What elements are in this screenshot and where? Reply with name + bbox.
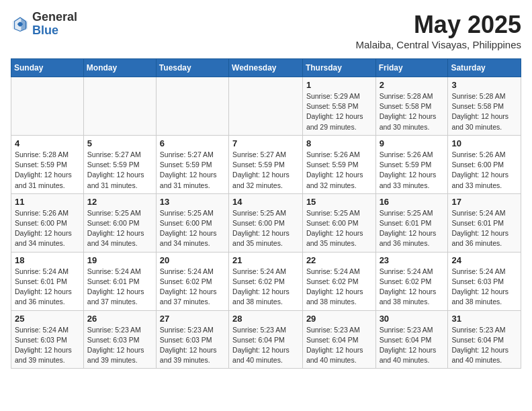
calendar-cell: 5Sunrise: 5:27 AM Sunset: 5:59 PM Daylig… [83,135,156,193]
day-info: Sunrise: 5:24 AM Sunset: 6:02 PM Dayligh… [380,267,445,308]
calendar-table: SundayMondayTuesdayWednesdayThursdayFrid… [11,58,521,369]
logo-text: General Blue [32,11,77,38]
weekday-header-tuesday: Tuesday [156,59,228,77]
calendar-week-row: 11Sunrise: 5:26 AM Sunset: 6:00 PM Dayli… [11,193,521,252]
day-info: Sunrise: 5:29 AM Sunset: 5:58 PM Dayligh… [306,91,372,132]
day-number: 31 [451,314,517,324]
day-number: 11 [15,197,80,207]
day-info: Sunrise: 5:25 AM Sunset: 6:00 PM Dayligh… [160,208,225,249]
day-number: 24 [451,255,517,265]
logo-icon [11,15,30,34]
day-number: 23 [380,255,445,265]
day-number: 19 [87,255,152,265]
calendar-cell: 20Sunrise: 5:24 AM Sunset: 6:02 PM Dayli… [156,252,228,310]
calendar-cell: 14Sunrise: 5:25 AM Sunset: 6:00 PM Dayli… [229,193,303,252]
day-info: Sunrise: 5:26 AM Sunset: 6:00 PM Dayligh… [15,208,80,249]
page-header: General Blue May 2025 Malaiba, Central V… [11,11,521,50]
day-info: Sunrise: 5:23 AM Sunset: 6:04 PM Dayligh… [232,325,299,366]
calendar-cell: 28Sunrise: 5:23 AM Sunset: 6:04 PM Dayli… [229,310,303,369]
day-info: Sunrise: 5:24 AM Sunset: 6:03 PM Dayligh… [451,267,517,308]
calendar-cell: 23Sunrise: 5:24 AM Sunset: 6:02 PM Dayli… [375,252,448,310]
calendar-cell: 16Sunrise: 5:25 AM Sunset: 6:01 PM Dayli… [375,193,448,252]
calendar-cell: 30Sunrise: 5:23 AM Sunset: 6:04 PM Dayli… [375,310,448,369]
logo-blue-text: Blue [32,24,77,38]
location-subtitle: Malaiba, Central Visayas, Philippines [355,39,521,50]
calendar-cell: 8Sunrise: 5:26 AM Sunset: 5:59 PM Daylig… [302,135,375,193]
day-info: Sunrise: 5:27 AM Sunset: 5:59 PM Dayligh… [232,150,299,191]
day-info: Sunrise: 5:24 AM Sunset: 6:01 PM Dayligh… [87,267,152,308]
day-number: 4 [15,138,80,148]
day-number: 28 [232,314,299,324]
day-number: 18 [15,255,80,265]
calendar-cell: 13Sunrise: 5:25 AM Sunset: 6:00 PM Dayli… [156,193,228,252]
logo-general-text: General [32,11,77,24]
day-info: Sunrise: 5:25 AM Sunset: 6:01 PM Dayligh… [380,208,445,249]
calendar-week-row: 4Sunrise: 5:28 AM Sunset: 5:59 PM Daylig… [11,135,521,193]
weekday-header-row: SundayMondayTuesdayWednesdayThursdayFrid… [11,59,521,77]
day-info: Sunrise: 5:25 AM Sunset: 6:00 PM Dayligh… [232,208,299,249]
day-info: Sunrise: 5:24 AM Sunset: 6:02 PM Dayligh… [306,267,372,308]
day-info: Sunrise: 5:24 AM Sunset: 6:01 PM Dayligh… [451,208,517,249]
day-number: 16 [380,197,445,207]
day-info: Sunrise: 5:23 AM Sunset: 6:04 PM Dayligh… [451,325,517,366]
weekday-header-saturday: Saturday [448,59,521,77]
calendar-cell: 25Sunrise: 5:24 AM Sunset: 6:03 PM Dayli… [11,310,84,369]
calendar-cell: 26Sunrise: 5:23 AM Sunset: 6:03 PM Dayli… [83,310,156,369]
day-info: Sunrise: 5:24 AM Sunset: 6:01 PM Dayligh… [15,267,80,308]
day-info: Sunrise: 5:27 AM Sunset: 5:59 PM Dayligh… [87,150,152,191]
weekday-header-monday: Monday [83,59,156,77]
calendar-cell [156,77,228,136]
day-number: 10 [451,138,517,148]
day-number: 15 [306,197,372,207]
day-number: 6 [160,138,225,148]
calendar-cell [229,77,303,136]
day-info: Sunrise: 5:28 AM Sunset: 5:59 PM Dayligh… [15,150,80,191]
calendar-cell: 7Sunrise: 5:27 AM Sunset: 5:59 PM Daylig… [229,135,303,193]
calendar-cell: 3Sunrise: 5:28 AM Sunset: 5:58 PM Daylig… [448,77,521,136]
day-number: 3 [451,80,517,90]
day-info: Sunrise: 5:24 AM Sunset: 6:03 PM Dayligh… [15,325,80,366]
calendar-cell: 24Sunrise: 5:24 AM Sunset: 6:03 PM Dayli… [448,252,521,310]
day-info: Sunrise: 5:24 AM Sunset: 6:02 PM Dayligh… [232,267,299,308]
calendar-cell: 19Sunrise: 5:24 AM Sunset: 6:01 PM Dayli… [83,252,156,310]
calendar-cell: 2Sunrise: 5:28 AM Sunset: 5:58 PM Daylig… [375,77,448,136]
calendar-week-row: 18Sunrise: 5:24 AM Sunset: 6:01 PM Dayli… [11,252,521,310]
calendar-cell: 6Sunrise: 5:27 AM Sunset: 5:59 PM Daylig… [156,135,228,193]
calendar-cell: 22Sunrise: 5:24 AM Sunset: 6:02 PM Dayli… [302,252,375,310]
calendar-cell [11,77,84,136]
day-number: 22 [306,255,372,265]
calendar-cell: 4Sunrise: 5:28 AM Sunset: 5:59 PM Daylig… [11,135,84,193]
month-year-title: May 2025 [355,11,521,39]
day-info: Sunrise: 5:26 AM Sunset: 5:59 PM Dayligh… [380,150,445,191]
calendar-cell: 17Sunrise: 5:24 AM Sunset: 6:01 PM Dayli… [448,193,521,252]
day-number: 7 [232,138,299,148]
day-number: 20 [160,255,225,265]
day-number: 30 [380,314,445,324]
day-number: 12 [87,197,152,207]
calendar-cell: 1Sunrise: 5:29 AM Sunset: 5:58 PM Daylig… [302,77,375,136]
calendar-cell: 18Sunrise: 5:24 AM Sunset: 6:01 PM Dayli… [11,252,84,310]
day-info: Sunrise: 5:28 AM Sunset: 5:58 PM Dayligh… [380,91,445,132]
day-number: 27 [160,314,225,324]
weekday-header-sunday: Sunday [11,59,84,77]
day-number: 25 [15,314,80,324]
day-number: 13 [160,197,225,207]
weekday-header-thursday: Thursday [302,59,375,77]
calendar-cell: 29Sunrise: 5:23 AM Sunset: 6:04 PM Dayli… [302,310,375,369]
calendar-week-row: 1Sunrise: 5:29 AM Sunset: 5:58 PM Daylig… [11,77,521,136]
day-info: Sunrise: 5:25 AM Sunset: 6:00 PM Dayligh… [306,208,372,249]
calendar-cell: 9Sunrise: 5:26 AM Sunset: 5:59 PM Daylig… [375,135,448,193]
calendar-week-row: 25Sunrise: 5:24 AM Sunset: 6:03 PM Dayli… [11,310,521,369]
day-info: Sunrise: 5:23 AM Sunset: 6:03 PM Dayligh… [87,325,152,366]
calendar-cell: 11Sunrise: 5:26 AM Sunset: 6:00 PM Dayli… [11,193,84,252]
day-number: 8 [306,138,372,148]
day-number: 5 [87,138,152,148]
calendar-cell: 15Sunrise: 5:25 AM Sunset: 6:00 PM Dayli… [302,193,375,252]
calendar-cell: 31Sunrise: 5:23 AM Sunset: 6:04 PM Dayli… [448,310,521,369]
title-block: May 2025 Malaiba, Central Visayas, Phili… [355,11,521,50]
day-info: Sunrise: 5:26 AM Sunset: 6:00 PM Dayligh… [451,150,517,191]
calendar-cell [83,77,156,136]
day-number: 26 [87,314,152,324]
calendar-cell: 10Sunrise: 5:26 AM Sunset: 6:00 PM Dayli… [448,135,521,193]
day-number: 17 [451,197,517,207]
